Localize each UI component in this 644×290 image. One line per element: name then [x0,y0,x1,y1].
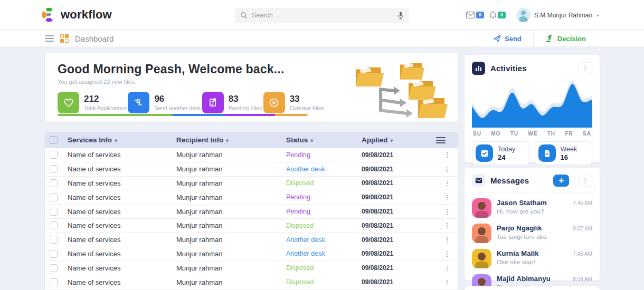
user-name: S.M.Munjur Rahman [534,12,592,19]
week-card[interactable]: Week 16 [535,141,593,165]
message-preview: Oke oke siap! [497,259,592,265]
day-label: WE [528,131,537,137]
row-menu-icon[interactable]: ⋮ [436,278,458,286]
table-row[interactable]: Name of servicesMunjur rahmanAnother des… [45,162,458,177]
message-time: 7.45 AM [573,251,592,257]
welcome-card: Good Morning Peash, Welcome back... You … [45,53,458,122]
table-row[interactable]: Name of servicesMunjur rahmanAnother des… [45,233,458,247]
stat-label: Send another desk [154,105,201,111]
service-cell: Name of services [68,208,176,216]
column-status[interactable]: Status▼ [286,136,362,144]
applied-cell: 09/08/2021 [362,151,436,159]
message-sender: Parjo Ngaglik [497,224,542,232]
row-checkbox[interactable] [50,250,58,258]
next-card-edge [465,286,600,290]
row-checkbox[interactable] [50,236,58,244]
table-row[interactable]: Name of servicesMunjur rahmanPending09/0… [45,205,458,219]
progress-segment [275,114,308,116]
table-header: Services Info▼ Recipient Info▼ Status▼ A… [45,132,458,148]
table-row[interactable]: Name of servicesMunjur rahmanAnother des… [45,247,458,262]
stat-pending-files: 83 Pending Files [202,92,262,113]
recipient-cell: Munjur rahman [176,165,286,173]
row-checkbox[interactable] [50,278,58,286]
row-menu-icon[interactable]: ⋮ [436,165,458,173]
message-item[interactable]: Kurnia Malik7.45 AM Oke oke siap! [472,249,592,268]
service-cell: Name of services [68,236,176,244]
status-cell: Pending [286,208,362,215]
messages-menu-icon[interactable]: ⋮ [578,175,592,187]
row-menu-icon[interactable]: ⋮ [436,221,458,229]
chevron-up-icon: ▲ [596,13,600,17]
user-menu[interactable]: S.M.Munjur Rahman ▲ [516,8,600,22]
row-menu-icon[interactable]: ⋮ [436,250,458,258]
table-filter-icon[interactable] [436,137,458,143]
message-time: 9.07 AM [573,226,592,231]
activities-menu-icon[interactable]: ⋮ [578,62,592,74]
row-checkbox[interactable] [50,221,58,229]
message-item[interactable]: Jason Statham7.45 AM Hi, how are you? [472,198,592,218]
stat-total-applications: 212 Total Applications [58,92,127,113]
today-label: Today [498,146,515,153]
dashboard-grid-icon[interactable] [60,34,69,43]
row-checkbox[interactable] [50,208,58,216]
row-menu-icon[interactable]: ⋮ [436,151,458,159]
table-row[interactable]: Name of servicesMunjur rahmanDisposed09/… [45,261,458,275]
menu-icon[interactable] [45,35,54,42]
row-checkbox[interactable] [50,165,58,173]
service-cell: Name of services [68,278,176,286]
table-row[interactable]: Name of servicesMunjur rahmanPending09/0… [45,190,458,205]
day-label: SU [473,131,481,137]
column-recipient-info[interactable]: Recipient Info▼ [176,136,286,144]
page-title: Dashboard [75,34,113,43]
row-checkbox[interactable] [50,151,58,159]
message-preview: Tas tangi turu aku [497,234,592,240]
applied-cell: 09/08/2021 [362,222,436,229]
row-menu-icon[interactable]: ⋮ [436,179,458,187]
heart-icon [58,92,79,113]
send-button[interactable]: Send [481,31,534,46]
user-avatar [516,8,531,22]
row-checkbox[interactable] [50,179,58,187]
search-input[interactable] [252,12,393,19]
applied-cell: 09/08/2021 [362,194,436,201]
recipient-cell: Munjur rahman [176,221,286,229]
today-value: 24 [498,153,515,161]
row-menu-icon[interactable]: ⋮ [436,236,458,244]
plus-icon [558,178,564,183]
column-services-info[interactable]: Services Info▼ [68,136,176,144]
new-message-button[interactable] [553,175,569,187]
table-row[interactable]: Name of servicesMunjur rahmanPending09/0… [45,148,458,162]
paper-plane-icon [493,35,501,42]
row-menu-icon[interactable]: ⋮ [436,194,458,201]
today-card[interactable]: Today 24 [472,141,530,165]
gavel-icon [545,35,554,42]
microphone-icon[interactable] [397,12,404,20]
service-cell: Name of services [68,194,176,201]
stat-value: 83 [229,94,262,104]
applied-cell: 09/08/2021 [362,278,436,286]
decision-button[interactable]: Decision [534,31,598,46]
status-cell: Another desk [286,250,362,257]
search-bar[interactable] [235,8,409,23]
row-checkbox[interactable] [50,194,58,201]
table-row[interactable]: Name of servicesMunjur rahmanDisposed09/… [45,275,458,289]
service-cell: Name of services [68,179,176,187]
message-item[interactable]: Parjo Ngaglik9.07 AM Tas tangi turu aku [472,224,592,243]
cross-circle-icon [263,92,285,113]
mail-indicator[interactable]: 0 [466,12,484,18]
table-row[interactable]: Name of servicesMunjur rahmanDisposed09/… [45,219,458,233]
recipient-cell: Munjur rahman [176,151,286,159]
table-row[interactable]: Name of servicesMunjur rahmanDisposed09/… [45,177,458,191]
progress-segment [225,114,276,116]
status-cell: Disposed [286,222,362,229]
row-checkbox[interactable] [50,264,58,272]
column-applied[interactable]: Applied▼ [362,136,436,144]
row-menu-icon[interactable]: ⋮ [436,264,458,272]
notifications-indicator[interactable]: 0 [489,11,506,19]
brand-logo[interactable]: workflow [41,7,112,23]
row-menu-icon[interactable]: ⋮ [436,208,458,216]
select-all-checkbox[interactable] [50,136,58,144]
stats-row: 212 Total Applications 96 Send another d… [58,92,324,113]
avatar [472,224,491,243]
message-time: 7.45 AM [573,200,592,206]
